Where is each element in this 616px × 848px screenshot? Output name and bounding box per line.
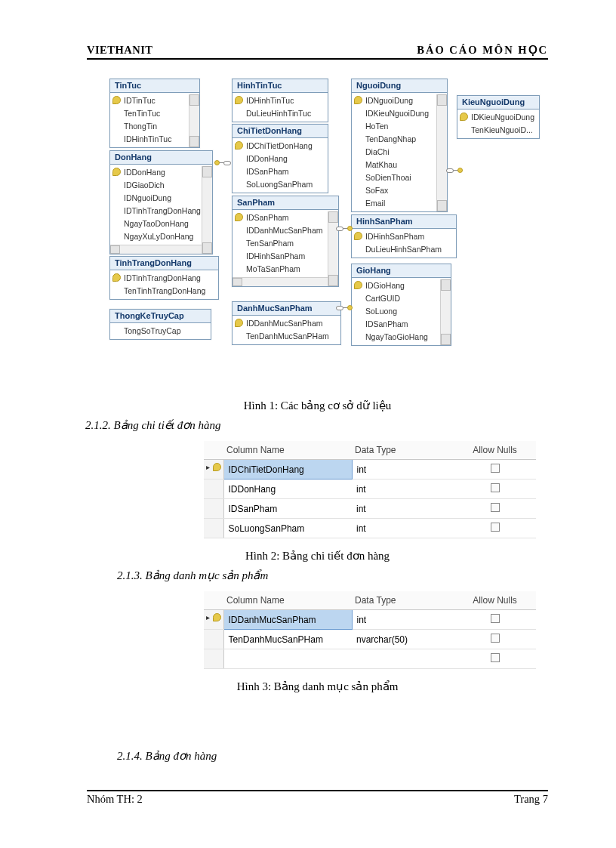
entity-column[interactable]: IDHinhSanPham: [233, 250, 337, 263]
table-row[interactable]: IDSanPhamint: [204, 499, 536, 519]
entity-column[interactable]: IDNguoiDung: [352, 94, 446, 107]
entity-column[interactable]: DiaChi: [352, 146, 446, 159]
table-row[interactable]: IDDanhMucSanPhamint: [204, 610, 536, 630]
scrollbar[interactable]: [328, 211, 338, 286]
cell-colname[interactable]: IDDonHang: [223, 480, 352, 499]
entity-column[interactable]: IDKieuNguoiDung: [457, 111, 538, 124]
table-row[interactable]: SoLuongSanPhamint: [204, 519, 536, 538]
scrollbar[interactable]: [189, 94, 199, 147]
entity-column[interactable]: HoTen: [352, 120, 446, 133]
entity-HinhTinTuc[interactable]: HinhTinTuc IDHinhTinTucDuLieuHinhTinTuc: [232, 79, 328, 122]
entity-SanPham[interactable]: SanPham IDSanPhamIDDanhMucSanPhamTenSanP…: [232, 196, 339, 287]
entity-column[interactable]: TenDangNhap: [352, 133, 446, 146]
entity-column[interactable]: NgayTaoDonHang: [110, 217, 211, 230]
cell-datatype[interactable]: int: [352, 519, 454, 538]
entity-column[interactable]: IDGioHang: [352, 279, 450, 292]
entity-column[interactable]: TenKieuNguoiD...: [457, 124, 538, 137]
scrollbar[interactable]: [440, 279, 451, 345]
row-header[interactable]: [204, 480, 223, 499]
entity-column[interactable]: SoLuongSanPham: [233, 178, 327, 191]
entity-column[interactable]: IDHinhTinTuc: [233, 94, 327, 107]
entity-column[interactable]: TongSoTruyCap: [110, 325, 210, 338]
scrollbar[interactable]: [436, 94, 447, 211]
entity-column[interactable]: SoDienThoai: [352, 171, 446, 184]
cell-allownulls[interactable]: [454, 519, 536, 538]
entity-column[interactable]: IDSanPham: [233, 165, 327, 178]
cell-colname[interactable]: IDDanhMucSanPham: [223, 610, 352, 630]
entity-column[interactable]: MoTaSanPham: [233, 263, 337, 276]
entity-column[interactable]: TenTinTuc: [110, 107, 199, 120]
entity-column[interactable]: CartGUID: [352, 292, 450, 305]
entity-column[interactable]: IDDanhMucSanPham: [233, 317, 340, 330]
row-header[interactable]: [204, 649, 223, 669]
entity-ThongKeTruyCap[interactable]: ThongKeTruyCap TongSoTruyCap: [109, 309, 211, 340]
entity-GioHang[interactable]: GioHang IDGioHangCartGUIDSoLuongIDSanPha…: [351, 264, 451, 346]
entity-NguoiDung[interactable]: NguoiDung IDNguoiDungIDKieuNguoiDungHoTe…: [351, 79, 448, 212]
entity-HinhSanPham[interactable]: HinhSanPham IDHinhSanPhamDuLieuHinhSanPh…: [351, 214, 457, 258]
cell-colname[interactable]: [223, 649, 352, 669]
cell-colname[interactable]: SoLuongSanPham: [223, 519, 352, 538]
row-header[interactable]: [204, 630, 223, 649]
checkbox-icon[interactable]: [491, 523, 500, 532]
table-row[interactable]: [204, 649, 536, 669]
cell-allownulls[interactable]: [454, 460, 536, 480]
entity-column[interactable]: Email: [352, 197, 446, 210]
row-header[interactable]: [204, 519, 223, 538]
hscroll[interactable]: [110, 245, 212, 254]
entity-column[interactable]: IDSanPham: [352, 318, 450, 331]
entity-column[interactable]: DuLieuHinhTinTuc: [233, 107, 327, 120]
entity-DonHang[interactable]: DonHang IDDonHangIDGiaoDichIDNguoiDungID…: [109, 150, 213, 254]
cell-colname[interactable]: TenDanhMucSanPHam: [223, 630, 352, 649]
cell-allownulls[interactable]: [454, 610, 536, 630]
entity-column[interactable]: NgayTaoGioHang: [352, 331, 450, 344]
hscroll[interactable]: [233, 277, 338, 286]
entity-column[interactable]: IDGiaoDich: [110, 179, 211, 192]
checkbox-icon[interactable]: [491, 653, 500, 662]
checkbox-icon[interactable]: [491, 483, 500, 492]
entity-column[interactable]: SoLuong: [352, 305, 450, 318]
cell-datatype[interactable]: int: [352, 460, 454, 480]
cell-allownulls[interactable]: [454, 649, 536, 669]
entity-column[interactable]: IDHinhTinTuc: [110, 133, 199, 146]
entity-column[interactable]: IDTinhTrangDonHang: [110, 272, 217, 285]
checkbox-icon[interactable]: [491, 464, 500, 473]
entity-column[interactable]: TenSanPham: [233, 237, 337, 250]
entity-KieuNguoiDung[interactable]: KieuNguoiDung IDKieuNguoiDungTenKieuNguo…: [457, 95, 540, 139]
entity-column[interactable]: IDTinhTrangDonHang: [110, 205, 211, 217]
entity-column[interactable]: NgayXuLyDonHang: [110, 230, 211, 243]
cell-datatype[interactable]: [352, 649, 454, 669]
scrollbar[interactable]: [202, 166, 212, 254]
entity-column[interactable]: IDHinhSanPham: [352, 230, 455, 243]
entity-TinTuc[interactable]: TinTuc IDTinTucTenTinTucThongTinIDHinhTi…: [109, 79, 200, 148]
entity-DanhMucSanPham[interactable]: DanhMucSanPham IDDanhMucSanPhamTenDanhMu…: [232, 301, 341, 345]
cell-datatype[interactable]: nvarchar(50): [352, 630, 454, 649]
row-header[interactable]: [204, 460, 223, 480]
checkbox-icon[interactable]: [491, 614, 500, 623]
entity-column[interactable]: IDDanhMucSanPham: [233, 224, 337, 237]
row-header[interactable]: [204, 610, 223, 630]
cell-colname[interactable]: IDSanPham: [223, 499, 352, 519]
cell-allownulls[interactable]: [454, 499, 536, 519]
entity-column[interactable]: TenDanhMucSanPHam: [233, 330, 340, 343]
cell-datatype[interactable]: int: [352, 499, 454, 519]
cell-allownulls[interactable]: [454, 480, 536, 499]
entity-column[interactable]: TenTinhTrangDonHang: [110, 285, 217, 298]
checkbox-icon[interactable]: [491, 634, 500, 643]
entity-column[interactable]: MatKhau: [352, 159, 446, 171]
entity-ChiTietDonHang[interactable]: ChiTietDonHang IDChiTietDonHangIDDonHang…: [232, 124, 328, 193]
row-header[interactable]: [204, 499, 223, 519]
entity-TinhTrangDonHang[interactable]: TinhTrangDonHang IDTinhTrangDonHangTenTi…: [109, 256, 219, 300]
entity-column[interactable]: IDDonHang: [110, 166, 211, 179]
entity-column[interactable]: IDTinTuc: [110, 94, 199, 107]
entity-column[interactable]: ThongTin: [110, 120, 199, 133]
cell-allownulls[interactable]: [454, 630, 536, 649]
checkbox-icon[interactable]: [491, 503, 500, 512]
entity-column[interactable]: IDNguoiDung: [110, 192, 211, 205]
table-row[interactable]: TenDanhMucSanPHamnvarchar(50): [204, 630, 536, 649]
table-row[interactable]: IDChiTietDonHangint: [204, 460, 536, 480]
entity-column[interactable]: IDChiTietDonHang: [233, 140, 327, 153]
entity-column[interactable]: IDKieuNguoiDung: [352, 107, 446, 120]
entity-column[interactable]: SoFax: [352, 184, 446, 197]
cell-datatype[interactable]: int: [352, 610, 454, 630]
entity-column[interactable]: DuLieuHinhSanPham: [352, 243, 455, 256]
